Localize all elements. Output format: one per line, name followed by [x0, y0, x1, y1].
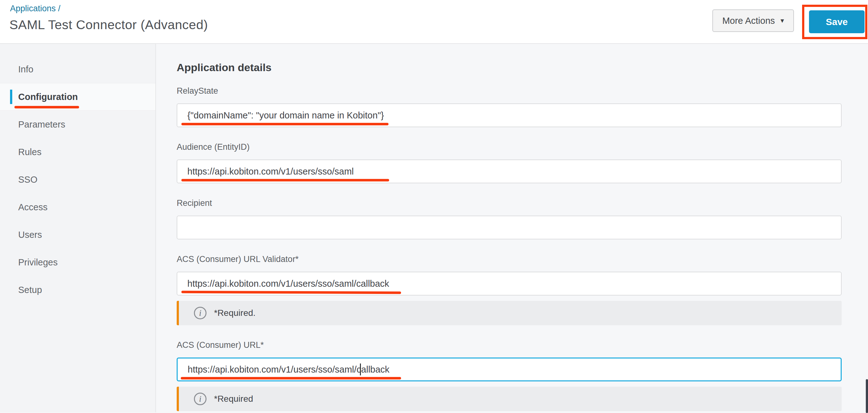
sidebar-item-rules[interactable]: Rules — [0, 138, 155, 166]
required-note: i *Required — [177, 387, 842, 411]
acs-url-input[interactable] — [177, 357, 842, 381]
sidebar-nav: Info Configuration Parameters Rules SSO … — [0, 44, 156, 412]
sidebar-item-users[interactable]: Users — [0, 221, 155, 248]
field-group-recipient: Recipient — [177, 198, 842, 239]
sidebar-item-setup[interactable]: Setup — [0, 276, 155, 304]
breadcrumb[interactable]: Applications / — [10, 4, 61, 13]
audience-input[interactable] — [177, 160, 842, 183]
scrollbar-thumb[interactable] — [866, 379, 868, 413]
recipient-input[interactable] — [177, 215, 842, 239]
field-group-acs-url: ACS (Consumer) URL* i *Required — [177, 340, 842, 411]
sidebar-item-label: Configuration — [18, 92, 78, 102]
more-actions-label: More Actions — [722, 16, 775, 26]
main-content: Application details RelayState Audience … — [156, 44, 868, 412]
sidebar-item-label: Info — [18, 64, 33, 75]
chevron-down-icon: ▾ — [780, 16, 784, 25]
required-note-text: *Required. — [214, 308, 255, 318]
sidebar-item-label: Users — [18, 230, 42, 240]
page-header: Applications / SAML Test Connector (Adva… — [0, 0, 868, 44]
save-button[interactable]: Save — [809, 10, 865, 33]
sidebar-item-privileges[interactable]: Privileges — [0, 248, 155, 276]
info-icon: i — [194, 307, 207, 319]
recipient-label: Recipient — [177, 198, 842, 208]
acs-url-label: ACS (Consumer) URL* — [177, 340, 842, 350]
configuration-annotation-underline — [14, 106, 79, 108]
sidebar-item-label: Setup — [18, 285, 42, 295]
sidebar-item-access[interactable]: Access — [0, 193, 155, 221]
field-group-acs-validator: ACS (Consumer) URL Validator* i *Require… — [177, 254, 842, 325]
sidebar-item-configuration[interactable]: Configuration — [0, 83, 155, 111]
sidebar-item-info[interactable]: Info — [0, 56, 155, 83]
sidebar-item-sso[interactable]: SSO — [0, 166, 155, 193]
audience-label: Audience (EntityID) — [177, 142, 842, 152]
acs-validator-label: ACS (Consumer) URL Validator* — [177, 254, 842, 264]
sidebar-item-label: Privileges — [18, 257, 58, 268]
field-group-audience: Audience (EntityID) — [177, 142, 842, 183]
more-actions-button[interactable]: More Actions ▾ — [712, 9, 794, 32]
sidebar-item-label: SSO — [18, 175, 37, 185]
section-heading: Application details — [177, 61, 842, 74]
info-icon: i — [194, 392, 207, 405]
relaystate-label: RelayState — [177, 86, 842, 96]
sidebar-item-parameters[interactable]: Parameters — [0, 111, 155, 138]
field-group-relaystate: RelayState — [177, 86, 842, 127]
acs-validator-input[interactable] — [177, 272, 842, 296]
sidebar-item-label: Access — [18, 202, 48, 212]
sidebar-item-label: Rules — [18, 147, 41, 157]
relaystate-input[interactable] — [177, 103, 842, 127]
page-title: SAML Test Connector (Advanced) — [9, 18, 208, 32]
sidebar-item-label: Parameters — [18, 119, 65, 130]
required-note: i *Required. — [177, 301, 842, 325]
required-note-text: *Required — [214, 394, 253, 404]
active-indicator — [10, 90, 12, 104]
